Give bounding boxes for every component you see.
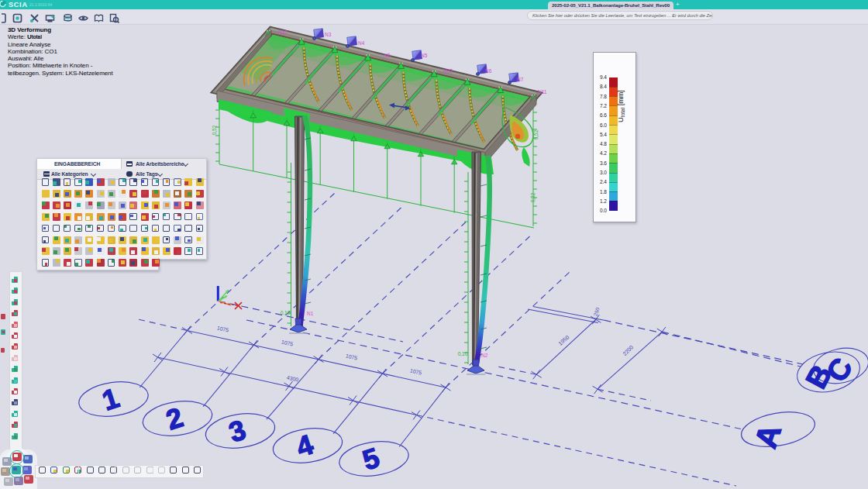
svg-text:1075: 1075: [281, 339, 294, 346]
svg-text:N3: N3: [325, 32, 332, 37]
svg-text:N6: N6: [485, 68, 492, 74]
svg-text:Utotal [mm]: Utotal [mm]: [616, 90, 625, 122]
svg-text:0,52: 0,52: [212, 125, 217, 135]
svg-text:2: 2: [162, 401, 187, 436]
svg-text:N1: N1: [307, 311, 314, 316]
svg-text:0,52: 0,52: [530, 192, 536, 202]
svg-text:N7: N7: [517, 77, 524, 82]
svg-text:N11: N11: [538, 89, 547, 95]
svg-text:1950: 1950: [557, 334, 570, 346]
svg-text:0,10: 0,10: [458, 351, 468, 356]
svg-text:N5: N5: [421, 53, 428, 58]
svg-text:N10: N10: [278, 29, 288, 35]
svg-text:0,52: 0,52: [533, 129, 539, 139]
svg-text:N22: N22: [443, 68, 453, 74]
svg-text:N2: N2: [481, 353, 488, 358]
svg-text:A: A: [748, 420, 787, 452]
svg-text:1: 1: [98, 382, 123, 417]
svg-text:N4: N4: [358, 40, 365, 46]
svg-text:1075: 1075: [216, 325, 229, 332]
svg-text:2200: 2200: [622, 344, 634, 356]
svg-text:3: 3: [225, 414, 250, 449]
svg-text:N8: N8: [384, 53, 391, 58]
svg-text:5: 5: [359, 442, 384, 477]
svg-text:1075: 1075: [345, 353, 358, 360]
svg-text:4: 4: [292, 429, 317, 463]
svg-text:1075: 1075: [409, 367, 422, 375]
svg-text:4300: 4300: [286, 374, 299, 382]
svg-text:0,10: 0,10: [281, 310, 291, 315]
